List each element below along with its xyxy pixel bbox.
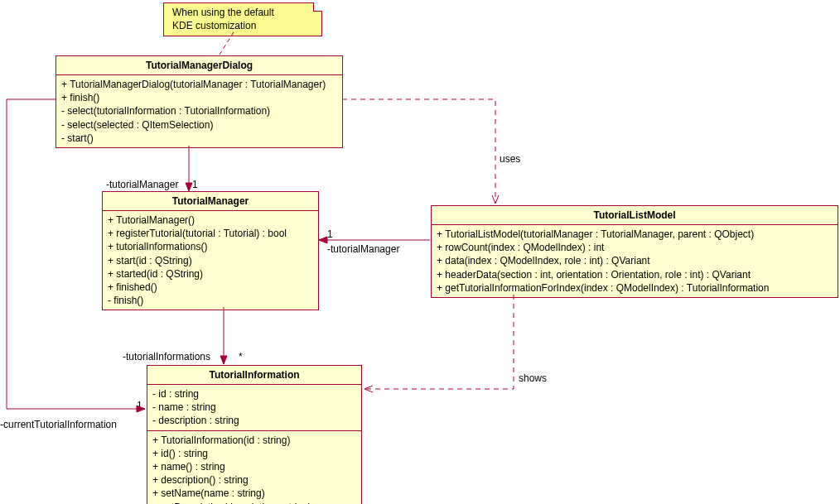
member: + TutorialManager() [108,214,313,227]
member: + TutorialInformation(id : string) [152,434,356,447]
label-mult-1a: 1 [192,179,198,190]
class-title: TutorialManagerDialog [56,56,342,75]
label-uses: uses [500,153,520,165]
member: - start() [61,132,337,145]
member: + data(index : QModelIndex, role : int) … [437,254,833,267]
note-kde-customization: When using the default KDE customization [163,2,322,36]
class-tutorialmanager: TutorialManager + TutorialManager() + re… [102,191,319,310]
member: + TutorialManagerDialog(tutorialManager … [61,78,337,91]
member: + setDescription(description : string) [152,501,356,505]
member: + headerData(section : int, orientation … [437,268,833,281]
note-fold-corner [313,2,322,12]
class-title: TutorialInformation [147,366,361,385]
member: + start(id : QString) [108,254,313,267]
note-line-2: KDE customization [172,20,313,33]
member: - select(tutorialInformation : TutorialI… [61,104,337,118]
note-line-1: When using the default [172,7,313,20]
member: + name() : string [152,460,356,473]
member: + id() : string [152,447,356,460]
member: + started(id : QString) [108,267,313,281]
attribute: - name : string [152,401,356,414]
member: + getTutorialInformationForIndex(index :… [437,281,833,295]
attribute: - id : string [152,387,356,401]
class-tutorialmanagerdialog: TutorialManagerDialog + TutorialManagerD… [56,55,343,148]
attribute: - description : string [152,414,356,427]
member: - finish() [108,294,313,307]
member: + description() : string [152,473,356,487]
label-mult-1c: 1 [137,400,142,411]
member: + tutorialInformations() [108,240,313,253]
label-currenttutorialinfo: -currentTutorialInformation [0,419,117,430]
member: + TutorialListModel(tutorialManager : Tu… [437,228,833,241]
member: + finish() [61,91,337,104]
label-tutorialmanager-1: -tutorialManager [106,179,178,190]
member: + finished() [108,281,313,294]
class-tutoriallistmodel: TutorialListModel + TutorialListModel(tu… [431,205,838,298]
member: + setName(name : string) [152,487,356,500]
member: + rowCount(index : QModelIndex) : int [437,241,833,254]
label-tutorialinformations: -tutorialInformations [123,351,210,362]
label-shows: shows [519,372,547,384]
label-mult-star: * [239,351,243,362]
member: + registerTutorial(tutorial : Tutorial) … [108,227,313,240]
label-tutorialmanager-2: -tutorialManager [327,243,399,255]
class-title: TutorialListModel [432,206,838,225]
label-mult-1b: 1 [327,228,333,240]
class-title: TutorialManager [103,192,318,211]
class-tutorialinformation: TutorialInformation - id : string - name… [147,365,362,504]
member: - select(selected : QItemSelection) [61,118,337,132]
